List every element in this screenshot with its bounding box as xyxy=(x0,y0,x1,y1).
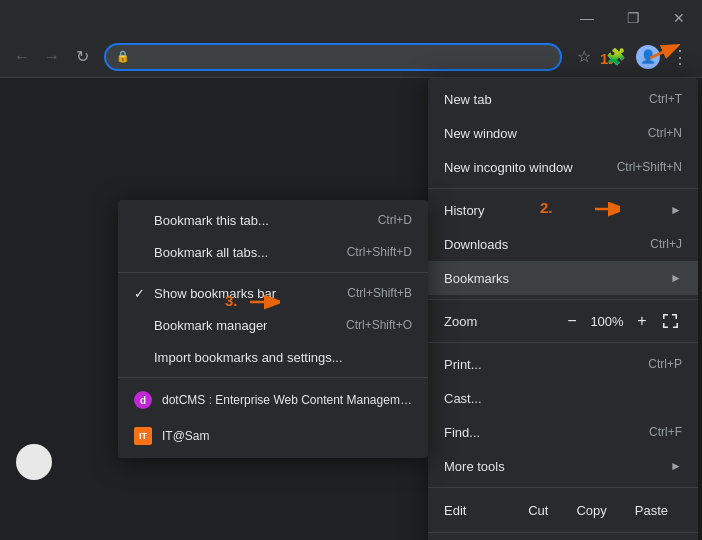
titlebar-controls: — ❐ ✕ xyxy=(564,0,702,36)
menu-divider-3 xyxy=(428,342,698,343)
menu-divider-2 xyxy=(428,299,698,300)
bookmarks-submenu: Bookmark this tab... Ctrl+D Bookmark all… xyxy=(118,200,428,458)
edit-label: Edit xyxy=(444,503,514,518)
bookmark-dotcms[interactable]: d dotCMS : Enterprise Web Content Manage… xyxy=(118,382,428,418)
address-bar[interactable]: 🔒 xyxy=(104,43,562,71)
menu-item-cast[interactable]: Cast... xyxy=(428,381,698,415)
zoom-minus-button[interactable]: − xyxy=(560,309,584,333)
bookmark-star-icon[interactable]: ☆ xyxy=(570,43,598,71)
menu-item-bookmarks[interactable]: Bookmarks ► xyxy=(428,261,698,295)
zoom-plus-button[interactable]: + xyxy=(630,309,654,333)
menu-item-incognito[interactable]: New incognito window Ctrl+Shift+N xyxy=(428,150,698,184)
menu-item-history[interactable]: History ► xyxy=(428,193,698,227)
titlebar: — ❐ ✕ xyxy=(0,0,702,36)
itsam-icon: IT xyxy=(134,427,152,445)
sub-menu-manager[interactable]: Bookmark manager Ctrl+Shift+O xyxy=(118,309,428,341)
profile-button[interactable]: 👤 xyxy=(634,43,662,71)
edit-actions: Cut Copy Paste xyxy=(514,499,682,522)
bookmark-itsam[interactable]: IT IT@Sam xyxy=(118,418,428,454)
reload-button[interactable]: ↻ xyxy=(68,43,96,71)
zoom-value: 100% xyxy=(588,314,626,329)
menu-item-find[interactable]: Find... Ctrl+F xyxy=(428,415,698,449)
toolbar: ← → ↻ 🔒 ☆ 🧩 👤 ⋮ xyxy=(0,36,702,78)
chrome-menu: New tab Ctrl+T New window Ctrl+N New inc… xyxy=(428,78,698,540)
restore-button[interactable]: ❐ xyxy=(610,0,656,36)
zoom-controls: − 100% + xyxy=(560,309,682,333)
extensions-icon[interactable]: 🧩 xyxy=(602,43,630,71)
cut-button[interactable]: Cut xyxy=(514,499,562,522)
sub-menu-show-bar[interactable]: ✓ Show bookmarks bar Ctrl+Shift+B xyxy=(118,277,428,309)
menu-divider-1 xyxy=(428,188,698,189)
check-mark: ✓ xyxy=(134,286,154,301)
menu-divider-5 xyxy=(428,532,698,533)
forward-button[interactable]: → xyxy=(38,43,66,71)
dotcms-icon: d xyxy=(134,391,152,409)
sub-menu-bookmark-all[interactable]: Bookmark all tabs... Ctrl+Shift+D xyxy=(118,236,428,268)
sub-divider-1 xyxy=(118,272,428,273)
minimize-button[interactable]: — xyxy=(564,0,610,36)
copy-button[interactable]: Copy xyxy=(562,499,620,522)
back-button[interactable]: ← xyxy=(8,43,36,71)
edit-row: Edit Cut Copy Paste xyxy=(428,492,698,528)
sub-divider-2 xyxy=(118,377,428,378)
more-tools-arrow: ► xyxy=(670,459,682,473)
menu-item-downloads[interactable]: Downloads Ctrl+J xyxy=(428,227,698,261)
profile-circle xyxy=(16,444,52,480)
bookmarks-arrow: ► xyxy=(670,271,682,285)
zoom-row[interactable]: Zoom − 100% + xyxy=(428,304,698,338)
profile-avatar: 👤 xyxy=(636,45,660,69)
sub-menu-import[interactable]: Import bookmarks and settings... xyxy=(118,341,428,373)
menu-item-print[interactable]: Print... Ctrl+P xyxy=(428,347,698,381)
menu-divider-4 xyxy=(428,487,698,488)
sub-menu-bookmark-tab[interactable]: Bookmark this tab... Ctrl+D xyxy=(118,204,428,236)
paste-button[interactable]: Paste xyxy=(621,499,682,522)
zoom-fullscreen-button[interactable] xyxy=(658,309,682,333)
history-arrow: ► xyxy=(670,203,682,217)
close-button[interactable]: ✕ xyxy=(656,0,702,36)
menu-item-more-tools[interactable]: More tools ► xyxy=(428,449,698,483)
menu-item-new-window[interactable]: New window Ctrl+N xyxy=(428,116,698,150)
menu-item-new-tab[interactable]: New tab Ctrl+T xyxy=(428,82,698,116)
menu-button[interactable]: ⋮ xyxy=(666,43,694,71)
